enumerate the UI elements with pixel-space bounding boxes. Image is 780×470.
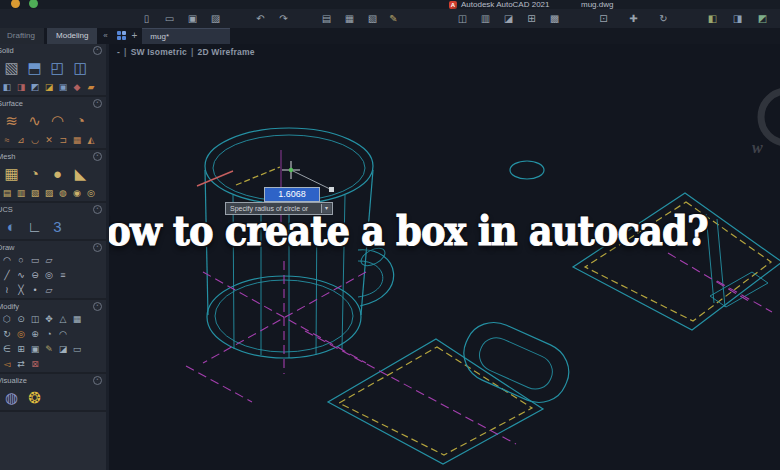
region-icon[interactable]: ▱ bbox=[43, 284, 55, 296]
scale-icon[interactable]: ⊞ bbox=[15, 343, 27, 355]
section-collapse-icon[interactable]: • bbox=[93, 152, 102, 161]
surface-extend-icon[interactable]: ⊐ bbox=[57, 134, 69, 146]
start-tab-grid-icon[interactable] bbox=[117, 31, 126, 40]
print-icon[interactable]: ▤ bbox=[320, 12, 333, 25]
rotate-icon[interactable]: ↻ bbox=[1, 328, 13, 340]
copy-icon[interactable]: ◫ bbox=[456, 12, 469, 25]
xline-icon[interactable]: ╳ bbox=[15, 284, 27, 296]
new-drawing-tab-button[interactable]: + bbox=[126, 28, 142, 44]
tab-drafting[interactable]: Drafting bbox=[0, 28, 44, 44]
save-as-icon[interactable]: ▨ bbox=[209, 12, 222, 25]
measure-icon[interactable]: ▩ bbox=[548, 12, 561, 25]
mesh-split-icon[interactable]: ▧ bbox=[29, 187, 41, 199]
mirror-icon[interactable]: △ bbox=[57, 313, 69, 325]
palette-section-header[interactable]: Solid• bbox=[0, 44, 106, 56]
planar-surface-icon[interactable]: ▱ bbox=[43, 254, 55, 266]
point-icon[interactable]: • bbox=[29, 284, 41, 296]
mesh-refine-icon[interactable]: ▤ bbox=[1, 187, 13, 199]
shell-icon[interactable]: ▣ bbox=[57, 81, 69, 93]
minimize-traffic-light[interactable] bbox=[11, 0, 20, 8]
surface-sweep-icon[interactable]: ◠ bbox=[47, 110, 68, 131]
mesh-merge-icon[interactable]: ◍ bbox=[57, 187, 69, 199]
undo-icon[interactable]: ↶ bbox=[254, 12, 267, 25]
hatch-icon[interactable]: ≡ bbox=[57, 269, 69, 281]
section-collapse-icon[interactable]: • bbox=[93, 376, 102, 385]
line-icon[interactable]: ╱ bbox=[1, 269, 13, 281]
edit-polyline-icon[interactable]: ✎ bbox=[43, 343, 55, 355]
move-icon[interactable]: ✥ bbox=[43, 313, 55, 325]
palette-section-header[interactable]: Draw• bbox=[0, 241, 106, 253]
properties-icon[interactable]: ◨ bbox=[731, 12, 744, 25]
save-icon[interactable]: ▣ bbox=[186, 12, 199, 25]
plot-preview-icon[interactable]: ▧ bbox=[366, 12, 379, 25]
zoom-traffic-light[interactable] bbox=[29, 0, 38, 8]
3d-scale-icon[interactable]: ◫ bbox=[29, 313, 41, 325]
section-collapse-icon[interactable]: • bbox=[93, 99, 102, 108]
mesh-extrude-icon[interactable]: ▨ bbox=[43, 187, 55, 199]
layer-icon[interactable]: ◧ bbox=[706, 12, 719, 25]
materials-icon[interactable]: ◍ bbox=[1, 387, 22, 408]
ucs-icon[interactable]: ∟ bbox=[24, 216, 45, 237]
surface-fillet-icon[interactable]: ◡ bbox=[29, 134, 41, 146]
paste-icon[interactable]: ▥ bbox=[479, 12, 492, 25]
redo-icon[interactable]: ↷ bbox=[277, 12, 290, 25]
3d-rotate-icon[interactable]: ⊙ bbox=[15, 313, 27, 325]
zoom-window-icon[interactable]: ⊡ bbox=[597, 12, 610, 25]
viewport-view-control[interactable]: SW Isometric bbox=[131, 47, 187, 57]
offset-icon[interactable]: ◎ bbox=[15, 328, 27, 340]
mesh-spin-icon[interactable]: ◎ bbox=[85, 187, 97, 199]
palette-section-header[interactable]: Surface• bbox=[0, 97, 106, 109]
named-ucs-icon[interactable]: 3 bbox=[47, 216, 68, 237]
surface-blend-icon[interactable]: ≈ bbox=[1, 134, 13, 146]
align-icon[interactable]: ⇄ bbox=[15, 358, 27, 370]
collapse-palette-button[interactable]: « bbox=[97, 28, 113, 44]
slice-icon[interactable]: ◪ bbox=[43, 81, 55, 93]
fillet-edge-icon[interactable]: ◆ bbox=[71, 81, 83, 93]
surface-offset-icon[interactable]: ⊿ bbox=[15, 134, 27, 146]
rectangle-icon[interactable]: ▭ bbox=[29, 254, 41, 266]
union-icon[interactable]: ◧ bbox=[1, 81, 13, 93]
viewport-style-control[interactable]: 2D Wireframe bbox=[197, 47, 254, 57]
block-icon[interactable]: ⊞ bbox=[525, 12, 538, 25]
trim-icon[interactable]: ⊕ bbox=[29, 328, 41, 340]
ellipse-icon[interactable]: ⊖ bbox=[29, 269, 41, 281]
circle-icon[interactable]: ○ bbox=[15, 254, 27, 266]
explode-icon[interactable]: ◪ bbox=[57, 343, 69, 355]
surface-network-icon[interactable]: ≋ bbox=[1, 110, 22, 131]
batch-plot-icon[interactable]: ▦ bbox=[343, 12, 356, 25]
open-file-icon[interactable]: ▭ bbox=[163, 12, 176, 25]
spline-icon[interactable]: ≀ bbox=[1, 284, 13, 296]
palette-section-header[interactable]: Mesh• bbox=[0, 150, 106, 162]
box-icon[interactable]: ▧ bbox=[1, 57, 22, 78]
arc-icon[interactable]: ◠ bbox=[1, 254, 13, 266]
palette-section-header[interactable]: Visualize• bbox=[0, 374, 106, 386]
extrude-icon[interactable]: ⬒ bbox=[24, 57, 45, 78]
stretch-icon[interactable]: ∈ bbox=[1, 343, 13, 355]
palette-section-header[interactable]: Modify• bbox=[0, 300, 106, 312]
render-icon[interactable]: ◩ bbox=[756, 12, 769, 25]
polysolid-icon[interactable]: ◰ bbox=[47, 57, 68, 78]
mesh-wedge-icon[interactable]: ◣ bbox=[70, 163, 91, 184]
viewport-controls[interactable]: -|SW Isometric|2D Wireframe bbox=[117, 47, 255, 57]
mesh-close-icon[interactable]: ◉ bbox=[71, 187, 83, 199]
section-collapse-icon[interactable]: • bbox=[93, 205, 102, 214]
tab-modeling[interactable]: Modeling bbox=[47, 28, 97, 44]
orbit-icon[interactable]: ↻ bbox=[657, 12, 670, 25]
surface-trim-icon[interactable]: ✕ bbox=[43, 134, 55, 146]
presspull-icon[interactable]: ◫ bbox=[70, 57, 91, 78]
section-collapse-icon[interactable]: • bbox=[93, 243, 102, 252]
surface-patch-icon[interactable]: ◔ bbox=[70, 110, 91, 131]
surface-convert-icon[interactable]: ◭ bbox=[85, 134, 97, 146]
drawing-canvas[interactable] bbox=[106, 44, 780, 470]
palette-section-header[interactable]: UCS• bbox=[0, 203, 106, 215]
intersect-icon[interactable]: ◩ bbox=[29, 81, 41, 93]
section-collapse-icon[interactable]: • bbox=[93, 302, 102, 311]
mesh-box-icon[interactable]: ▦ bbox=[1, 163, 22, 184]
extend-icon[interactable]: ◔ bbox=[43, 328, 55, 340]
donut-icon[interactable]: ◎ bbox=[43, 269, 55, 281]
world-ucs-icon[interactable]: ◐ bbox=[1, 216, 22, 237]
new-file-icon[interactable]: ▯ bbox=[140, 12, 153, 25]
join-icon[interactable]: ◅ bbox=[1, 358, 13, 370]
break-icon[interactable]: ▭ bbox=[71, 343, 83, 355]
file-tab-mug[interactable]: mug* bbox=[142, 28, 230, 44]
